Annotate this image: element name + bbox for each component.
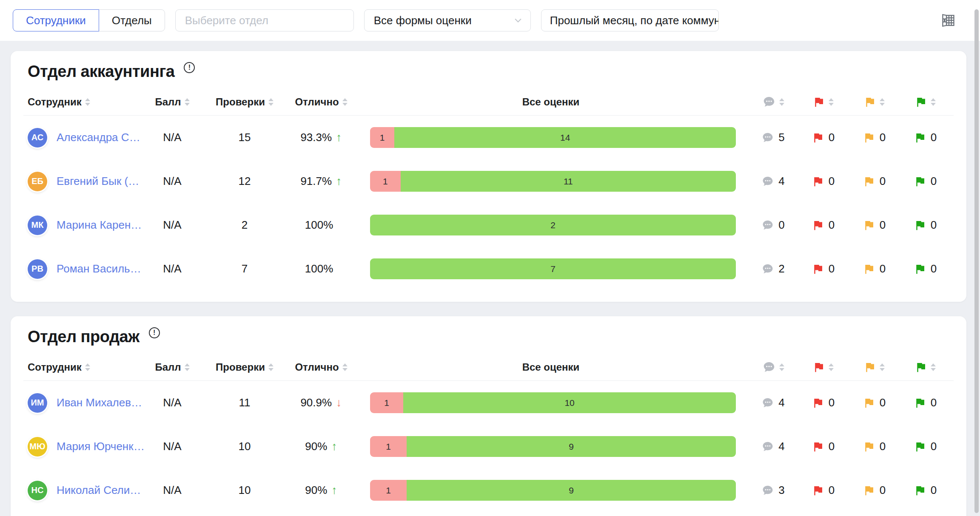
ratings-bar[interactable]: 110 <box>370 392 736 413</box>
period-filter-button[interactable]: Прошлый месяц, по дате коммуника... <box>541 9 719 31</box>
comment-bubble-icon <box>761 397 774 409</box>
red-flags-cell[interactable]: 0 <box>798 396 849 409</box>
col-header-checks[interactable]: Проверки <box>200 361 289 373</box>
sort-icon[interactable] <box>342 98 348 106</box>
comments-cell[interactable]: 3 <box>749 484 798 497</box>
sort-icon[interactable] <box>268 98 273 106</box>
red-flags-cell[interactable]: 0 <box>798 484 849 497</box>
col-header-comments[interactable] <box>749 95 798 109</box>
employee-link[interactable]: Роман Васильев... <box>57 262 145 275</box>
col-header-employee[interactable]: Сотрудник <box>23 96 145 108</box>
yellow-flags-cell[interactable]: 0 <box>849 131 900 144</box>
employee-link[interactable]: Марина Каренин... <box>57 218 145 232</box>
employee-link[interactable]: Евгений Бык (сп... <box>57 175 145 188</box>
sort-icon[interactable] <box>931 363 936 371</box>
sort-icon[interactable] <box>880 363 885 371</box>
sort-icon[interactable] <box>829 363 834 371</box>
green-flags-cell[interactable]: 0 <box>900 484 951 497</box>
sort-icon[interactable] <box>85 98 90 106</box>
red-flags-cell[interactable]: 0 <box>798 131 849 144</box>
table-row: АС Александра Сав... N/A 15 93.3%↑ 114 5… <box>23 116 954 159</box>
comments-cell[interactable]: 5 <box>749 131 798 144</box>
yellow-flags-cell[interactable]: 0 <box>849 440 900 453</box>
sort-icon[interactable] <box>185 98 190 106</box>
col-header-green-flags[interactable] <box>900 96 951 108</box>
yellow-flags-cell[interactable]: 0 <box>849 484 900 497</box>
checks-cell: 11 <box>200 396 289 409</box>
col-header-green-flags[interactable] <box>900 361 951 374</box>
col-header-yellow-flags[interactable] <box>849 361 900 374</box>
bar-pass-segment: 9 <box>407 480 736 501</box>
comments-cell[interactable]: 4 <box>749 175 798 188</box>
sort-icon[interactable] <box>342 363 348 371</box>
sort-icon[interactable] <box>931 98 936 106</box>
col-header-yellow-flags[interactable] <box>849 96 900 108</box>
employee-cell: РВ Роман Васильев... <box>23 259 145 279</box>
employee-link[interactable]: Николай Селич (... <box>57 484 145 497</box>
comments-cell[interactable]: 4 <box>749 396 798 409</box>
ratings-bar[interactable]: 2 <box>370 215 736 235</box>
tab-departments[interactable]: Отделы <box>99 9 165 31</box>
info-icon[interactable]: ! <box>184 62 195 73</box>
red-flags-cell[interactable]: 0 <box>798 262 849 275</box>
green-flag-icon <box>914 397 926 409</box>
ratings-bar-cell: 2 <box>353 215 749 235</box>
vertical-scrollbar[interactable] <box>974 9 979 513</box>
red-flags-cell[interactable]: 0 <box>798 175 849 188</box>
ratings-bar[interactable]: 19 <box>370 480 736 501</box>
excellent-cell: 100% <box>289 262 353 275</box>
col-header-red-flags[interactable] <box>798 96 849 108</box>
sort-icon[interactable] <box>185 363 190 371</box>
trend-arrow-icon: ↑ <box>336 176 342 187</box>
employee-link[interactable]: Мария Юрченко ... <box>57 440 145 453</box>
sort-icon[interactable] <box>829 98 834 106</box>
green-flags-cell[interactable]: 0 <box>900 262 951 275</box>
green-flags-count: 0 <box>931 440 937 453</box>
employee-link[interactable]: Александра Сав... <box>57 131 145 144</box>
avatar: НС <box>28 481 47 500</box>
excellent-cell: 90.9%↓ <box>289 396 353 409</box>
rating-forms-select[interactable]: Все формы оценки <box>364 9 531 31</box>
bar-fail-segment: 1 <box>370 392 403 413</box>
green-flags-cell[interactable]: 0 <box>900 218 951 232</box>
red-flags-cell[interactable]: 0 <box>798 218 849 232</box>
ratings-bar[interactable]: 111 <box>370 171 736 192</box>
sort-icon[interactable] <box>779 98 784 106</box>
col-header-checks[interactable]: Проверки <box>200 96 289 108</box>
green-flags-cell[interactable]: 0 <box>900 440 951 453</box>
sort-icon[interactable] <box>880 98 885 106</box>
excel-export-button[interactable] <box>940 12 956 28</box>
department-select-input[interactable] <box>175 9 354 31</box>
section-title: Отдел аккаунтинга <box>28 61 174 82</box>
yellow-flags-cell[interactable]: 0 <box>849 262 900 275</box>
info-icon[interactable]: ! <box>149 327 160 338</box>
comments-cell[interactable]: 0 <box>749 218 798 232</box>
yellow-flags-cell[interactable]: 0 <box>849 218 900 232</box>
col-header-excellent[interactable]: Отлично <box>289 361 353 373</box>
score-cell: N/A <box>145 131 200 144</box>
ratings-bar[interactable]: 114 <box>370 127 736 148</box>
green-flags-cell[interactable]: 0 <box>900 131 951 144</box>
yellow-flags-cell[interactable]: 0 <box>849 175 900 188</box>
ratings-bar[interactable]: 19 <box>370 436 736 457</box>
green-flags-cell[interactable]: 0 <box>900 396 951 409</box>
sort-icon[interactable] <box>268 363 273 371</box>
green-flag-icon <box>914 361 927 374</box>
sort-icon[interactable] <box>779 363 784 371</box>
green-flags-cell[interactable]: 0 <box>900 175 951 188</box>
yellow-flags-cell[interactable]: 0 <box>849 396 900 409</box>
comment-bubble-icon <box>761 263 774 275</box>
employee-link[interactable]: Иван Михалевич... <box>57 396 145 409</box>
col-header-score[interactable]: Балл <box>145 361 200 373</box>
ratings-bar[interactable]: 7 <box>370 258 736 279</box>
col-header-score[interactable]: Балл <box>145 96 200 108</box>
col-header-employee[interactable]: Сотрудник <box>23 361 145 373</box>
comments-cell[interactable]: 2 <box>749 262 798 275</box>
tab-employees[interactable]: Сотрудники <box>13 9 99 31</box>
col-header-excellent[interactable]: Отлично <box>289 96 353 108</box>
sort-icon[interactable] <box>85 363 90 371</box>
red-flags-cell[interactable]: 0 <box>798 440 849 453</box>
col-header-red-flags[interactable] <box>798 361 849 374</box>
col-header-comments[interactable] <box>749 360 798 374</box>
comments-cell[interactable]: 4 <box>749 440 798 453</box>
